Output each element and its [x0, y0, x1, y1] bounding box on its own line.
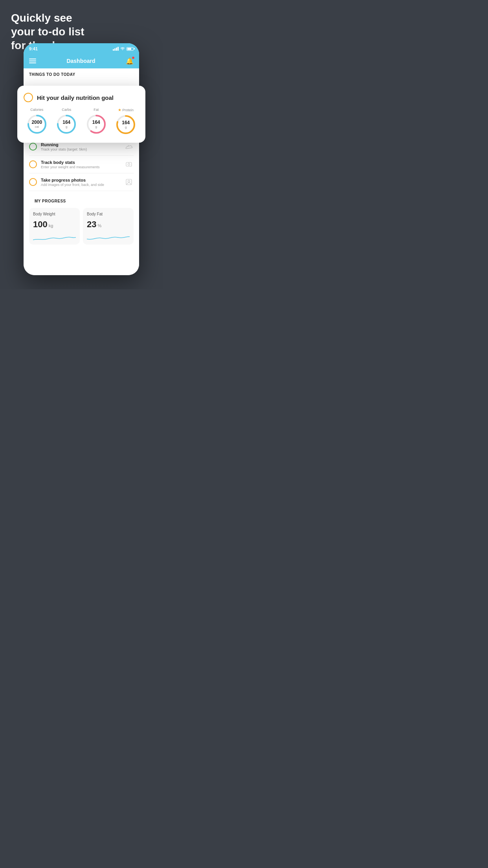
todo-circle-photos [29, 178, 37, 186]
body-weight-unit: kg [49, 223, 53, 228]
nutrition-protein: ★ Protein 164 g [115, 108, 137, 136]
bodyfat-wave-chart [87, 234, 130, 243]
todo-title-photos: Take progress photos [41, 178, 120, 182]
nutrition-fat: Fat 164 g [85, 108, 107, 136]
body-weight-value: 100 kg [33, 219, 76, 230]
calories-ring: 2000 cal [26, 113, 48, 135]
nav-title: Dashboard [66, 58, 95, 64]
todo-list: Running Track your stats (target: 5km) T… [24, 138, 139, 191]
fat-label: Fat [94, 108, 99, 112]
progress-header: MY PROGRESS [29, 195, 134, 206]
portrait-icon [124, 177, 134, 187]
card-title: Hit your daily nutrition goal [37, 94, 114, 101]
body-fat-label: Body Fat [87, 212, 130, 216]
fat-value: 164 [92, 120, 100, 125]
todo-title-running: Running [41, 142, 120, 147]
body-fat-unit: % [97, 223, 101, 228]
progress-cards: Body Weight 100 kg Body Fat 23 [29, 206, 134, 247]
fat-ring-text: 164 g [92, 120, 100, 129]
card-title-row: Hit your daily nutrition goal [24, 93, 139, 102]
star-icon: ★ [118, 108, 121, 112]
body-weight-label: Body Weight [33, 212, 76, 216]
carbs-unit: g [62, 125, 70, 129]
todo-title-body-stats: Track body stats [41, 160, 120, 165]
protein-value: 164 [122, 120, 130, 125]
protein-ring-text: 164 g [122, 120, 130, 129]
nav-bar: Dashboard 🔔 [24, 53, 139, 68]
protein-ring: 164 g [115, 114, 137, 136]
carbs-label: Carbs [62, 108, 71, 112]
calories-unit: cal [31, 125, 42, 129]
nutrition-calories: Calories 2000 cal [26, 108, 48, 136]
todo-subtitle-body-stats: Enter your weight and measurements [41, 165, 120, 169]
body-fat-number: 23 [87, 219, 96, 230]
hero-line1: Quickly see [11, 11, 84, 25]
protein-unit: g [122, 125, 130, 129]
bell-icon[interactable]: 🔔 [126, 57, 134, 65]
progress-card-bodyfat[interactable]: Body Fat 23 % [83, 208, 134, 245]
calories-ring-text: 2000 cal [31, 120, 42, 129]
page-wrapper: Quickly see your to-do list for the day.… [0, 0, 163, 289]
fat-unit: g [92, 125, 100, 129]
todo-circle-body-stats [29, 160, 37, 168]
todo-text-running: Running Track your stats (target: 5km) [41, 142, 120, 151]
status-bar: 9:41 [24, 43, 139, 53]
hero-line2: your to-do list [11, 25, 84, 39]
nutrition-card: Hit your daily nutrition goal Calories 2… [17, 86, 145, 143]
fat-ring: 164 g [85, 113, 107, 135]
battery-icon [127, 47, 134, 51]
todo-text-photos: Take progress photos Add images of your … [41, 178, 120, 187]
svg-point-4 [128, 180, 130, 182]
nutrition-grid: Calories 2000 cal Carbs [24, 108, 139, 136]
protein-label-row: ★ Protein [118, 108, 134, 112]
carbs-ring: 164 g [55, 113, 77, 135]
body-fat-value: 23 % [87, 219, 130, 230]
phone-bottom-overlay [24, 274, 139, 289]
scale-icon [124, 160, 134, 169]
progress-section: MY PROGRESS Body Weight 100 kg Body F [24, 191, 139, 247]
circle-check-icon [24, 93, 33, 102]
bell-notification-dot [132, 57, 134, 59]
things-today-header: THINGS TO DO TODAY [24, 68, 139, 79]
todo-circle-running [29, 143, 37, 151]
status-time: 9:41 [29, 46, 38, 51]
nutrition-carbs: Carbs 164 g [55, 108, 77, 136]
wifi-icon [120, 46, 125, 51]
protein-label: Protein [122, 108, 134, 112]
progress-card-weight[interactable]: Body Weight 100 kg [29, 208, 80, 245]
todo-item-photos[interactable]: Take progress photos Add images of your … [29, 173, 134, 191]
calories-value: 2000 [31, 120, 42, 125]
carbs-ring-text: 164 g [62, 120, 70, 129]
phone-mockup: 9:41 [24, 43, 139, 275]
todo-subtitle-photos: Add images of your front, back, and side [41, 183, 120, 187]
signal-icon [113, 47, 119, 51]
todo-text-body-stats: Track body stats Enter your weight and m… [41, 160, 120, 169]
weight-wave-chart [33, 234, 76, 243]
shoe-icon [124, 142, 134, 151]
body-weight-number: 100 [33, 219, 48, 230]
carbs-value: 164 [62, 120, 70, 125]
todo-item-body-stats[interactable]: Track body stats Enter your weight and m… [29, 156, 134, 173]
todo-subtitle-running: Track your stats (target: 5km) [41, 147, 120, 151]
svg-point-1 [128, 164, 130, 166]
calories-label: Calories [30, 108, 43, 112]
hamburger-icon[interactable] [29, 59, 36, 63]
status-icons [113, 46, 134, 51]
